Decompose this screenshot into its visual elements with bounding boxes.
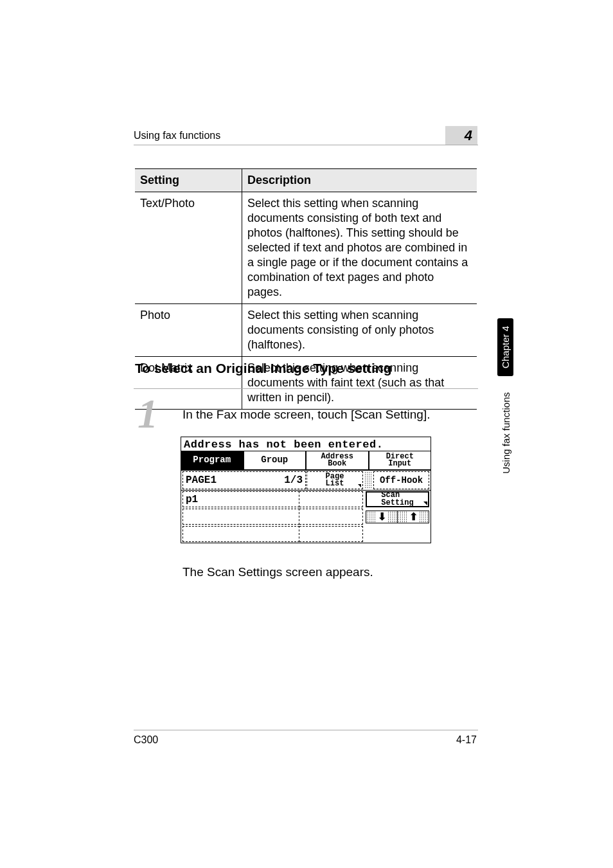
table-header-row: Setting Description [135, 169, 477, 192]
list-item-empty[interactable] [299, 491, 363, 507]
footer-model: C300 [134, 734, 158, 746]
page-indicator[interactable]: PAGE1 1/3 [182, 471, 306, 489]
cell-description: Select this setting when scanning docume… [242, 192, 477, 304]
arrow-down-icon: ⬇ [376, 511, 387, 523]
side-tab-chapter: Chapter 4 [497, 318, 513, 376]
list-item-empty[interactable] [299, 526, 363, 542]
cell-setting: Text/Photo [135, 192, 242, 304]
step-text: In the Fax mode screen, touch [Scan Sett… [182, 408, 431, 422]
tab-address-book[interactable]: Address Book [306, 451, 369, 471]
header-rule [134, 145, 478, 145]
list-item-empty[interactable] [182, 526, 299, 542]
header-title: Using fax functions [134, 130, 220, 141]
page-marker: 4 [445, 126, 477, 145]
col-setting: Setting [135, 169, 242, 192]
arrow-down-button[interactable]: ⬇ [366, 511, 397, 523]
section-heading: To select an Original Image Type setting [135, 361, 391, 376]
off-hook-button[interactable]: Off-Hook [373, 471, 429, 489]
tab-program[interactable]: Program [181, 451, 244, 471]
list-item-empty[interactable] [299, 509, 363, 525]
page-count: 1/3 [284, 475, 303, 486]
col-description: Description [242, 169, 477, 192]
lcd-status: Address has not been entered. [181, 437, 431, 451]
page-label: PAGE1 [186, 475, 217, 486]
list-item-empty[interactable] [182, 509, 299, 525]
table-row: Photo Select this setting when scanning … [135, 304, 477, 357]
footer-rule [134, 730, 478, 730]
page-list-button[interactable]: Page List [306, 471, 363, 489]
lcd-screen: Address has not been entered. Program Gr… [181, 437, 431, 543]
arrow-up-icon: ⬆ [407, 511, 419, 523]
cell-setting: Photo [135, 304, 242, 357]
tab-direct-input[interactable]: Direct Input [369, 451, 431, 471]
separator-dots [364, 471, 372, 489]
side-tab-section: Using fax functions [501, 392, 511, 474]
tab-group[interactable]: Group [244, 451, 307, 471]
list-item[interactable]: p1 [182, 491, 299, 507]
cell-description: Select this setting when scanning docume… [242, 304, 477, 357]
arrow-buttons: ⬇ ⬆ [366, 511, 429, 523]
scan-setting-button[interactable]: Scan Setting [366, 491, 429, 507]
step-number: 1 [138, 393, 158, 435]
footer-page: 4-17 [456, 734, 477, 746]
table-row: Text/Photo Select this setting when scan… [135, 192, 477, 304]
arrow-up-button[interactable]: ⬆ [397, 511, 429, 523]
section-rule [134, 388, 478, 389]
step-followup: The Scan Settings screen appears. [182, 565, 373, 579]
